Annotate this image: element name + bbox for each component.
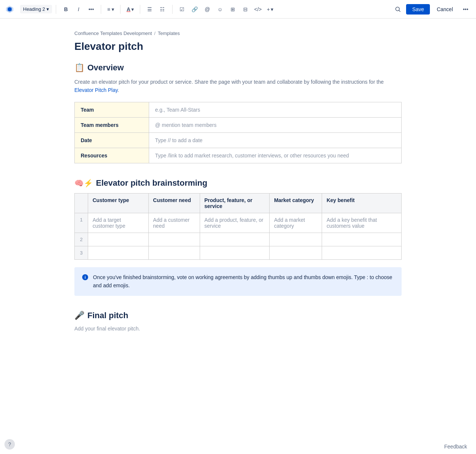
divider-1 (56, 5, 56, 14)
content-area: Confluence Templates Development / Templ… (60, 19, 416, 361)
numbered-list-button[interactable]: ☷ (157, 3, 168, 15)
text-format-group: B I ••• (60, 3, 97, 15)
brainstorm-row-num: 1 (75, 213, 88, 233)
info-label-cell: Team members (75, 117, 149, 132)
final-pitch-heading: 🎤 Final pitch (74, 311, 402, 320)
brainstorm-cell-market-category[interactable]: Add a market category (269, 213, 322, 233)
task-button[interactable]: ☑ (176, 3, 188, 15)
brainstorm-row: 3 (75, 246, 402, 259)
emoji-button[interactable]: ☺ (214, 3, 226, 15)
italic-button[interactable]: I (73, 3, 84, 15)
info-table-row: Teame.g., Team All-Stars (75, 102, 402, 117)
svg-line-3 (399, 10, 400, 12)
divider-2 (101, 5, 101, 14)
overview-heading-text: Overview (87, 63, 124, 73)
info-label-cell: Resources (75, 148, 149, 163)
brainstorm-row: 1Add a target customer typeAdd a custome… (75, 213, 402, 233)
bold-button[interactable]: B (60, 3, 72, 15)
brainstorm-cell-product-feature[interactable] (200, 233, 269, 246)
info-value-cell[interactable]: Type /link to add market research, custo… (149, 148, 402, 163)
columns-button[interactable]: ⊟ (239, 3, 251, 15)
brainstorm-row-num: 2 (75, 233, 88, 246)
brainstorm-cell-customer-type[interactable] (88, 246, 149, 259)
insert-more-button[interactable]: + ▾ (265, 3, 276, 15)
brainstorm-cell-market-category[interactable] (269, 246, 322, 259)
divider-5 (172, 5, 173, 14)
info-value-cell[interactable]: e.g., Team All-Stars (149, 102, 402, 117)
elevator-pitch-play-link[interactable]: Elevator Pitch Play (74, 87, 118, 93)
table-button[interactable]: ⊞ (227, 3, 239, 15)
empty-header-cell (75, 193, 88, 213)
info-table-row: Team members@ mention team members (75, 117, 402, 132)
final-pitch-description: Add your final elevator pitch. (74, 326, 402, 332)
overview-emoji: 📋 (74, 63, 84, 73)
info-table-row: ResourcesType /link to add market resear… (75, 148, 402, 163)
more-text-button[interactable]: ••• (85, 3, 97, 15)
brainstorm-row: 2 (75, 233, 402, 246)
overview-heading: 📋 Overview (74, 63, 402, 73)
col-key-benefit: Key benefit (322, 193, 402, 213)
brainstorm-cell-customer-type[interactable]: Add a target customer type (88, 213, 149, 233)
info-table-row: DateType // to add a date (75, 132, 402, 148)
cancel-button[interactable]: Cancel (432, 4, 457, 15)
overview-description: Create an elevator pitch for your produc… (74, 78, 402, 95)
breadcrumb: Confluence Templates Development / Templ… (74, 31, 402, 36)
brainstorm-cell-key-benefit[interactable] (322, 246, 402, 259)
info-box-text: Once you've finished brainstorming, vote… (93, 273, 394, 290)
search-button[interactable] (392, 3, 404, 15)
brainstorm-cell-market-category[interactable] (269, 233, 322, 246)
feedback-bar: Feedback (435, 439, 476, 454)
svg-point-1 (8, 7, 12, 11)
col-customer-type: Customer type (88, 193, 149, 213)
divider-3 (120, 5, 120, 14)
brainstorm-cell-customer-need[interactable]: Add a customer need (148, 213, 200, 233)
info-icon: i (82, 274, 89, 281)
insert-group: ☑ 🔗 @ ☺ ⊞ ⊟ </> + ▾ (176, 3, 276, 15)
app-logo (4, 4, 15, 15)
info-table: Teame.g., Team All-StarsTeam members@ me… (74, 102, 402, 163)
list-group: ☰ ☷ (144, 3, 168, 15)
brainstorm-cell-customer-need[interactable] (148, 233, 200, 246)
brainstorming-heading-text: Elevator pitch brainstorming (96, 178, 208, 188)
brainstorm-table: Customer type Customer need Product, fea… (74, 193, 402, 260)
brainstorm-cell-customer-type[interactable] (88, 233, 149, 246)
info-label-cell: Date (75, 132, 149, 148)
brainstorming-emoji: 🧠⚡ (74, 179, 93, 188)
code-button[interactable]: </> (252, 3, 264, 15)
feedback-label[interactable]: Feedback (444, 444, 467, 450)
svg-text:i: i (84, 275, 86, 279)
brainstorm-row-num: 3 (75, 246, 88, 259)
brainstorm-cell-customer-need[interactable] (148, 246, 200, 259)
mention-button[interactable]: @ (202, 3, 213, 15)
info-box: i Once you've finished brainstorming, vo… (74, 267, 402, 296)
toolbar: Heading 2 ▾ B I ••• ≡ ▾ A ▾ ☰ ☷ (0, 0, 476, 19)
more-options-button[interactable]: ••• (460, 3, 472, 15)
page-title: Elevator pitch (74, 41, 402, 52)
overview-section: 📋 Overview Create an elevator pitch for … (74, 63, 402, 95)
info-value-cell[interactable]: @ mention team members (149, 117, 402, 132)
breadcrumb-separator: / (154, 31, 156, 36)
breadcrumb-parent[interactable]: Confluence Templates Development (74, 31, 152, 36)
bullet-list-button[interactable]: ☰ (144, 3, 156, 15)
help-button[interactable]: ? (4, 439, 15, 450)
brainstorm-cell-product-feature[interactable]: Add a product, feature, or service (200, 213, 269, 233)
col-product-feature: Product, feature, or service (200, 193, 269, 213)
save-button[interactable]: Save (406, 4, 430, 15)
color-button[interactable]: A ▾ (124, 3, 136, 15)
final-pitch-emoji: 🎤 (74, 311, 84, 320)
brainstorm-cell-key-benefit[interactable]: Add a key benefit that customers value (322, 213, 402, 233)
heading-selector[interactable]: Heading 2 ▾ (20, 5, 52, 13)
brainstorming-heading: 🧠⚡ Elevator pitch brainstorming (74, 178, 402, 188)
brainstorm-cell-product-feature[interactable] (200, 246, 269, 259)
breadcrumb-current: Templates (158, 31, 180, 36)
align-button[interactable]: ≡ ▾ (105, 3, 116, 15)
brainstorm-header-row: Customer type Customer need Product, fea… (75, 193, 402, 213)
brainstorm-cell-key-benefit[interactable] (322, 233, 402, 246)
col-customer-need: Customer need (148, 193, 200, 213)
col-market-category: Market category (269, 193, 322, 213)
info-value-cell[interactable]: Type // to add a date (149, 132, 402, 148)
link-button[interactable]: 🔗 (189, 3, 201, 15)
brainstorming-section: 🧠⚡ Elevator pitch brainstorming Customer… (74, 178, 402, 260)
final-pitch-section: 🎤 Final pitch Add your final elevator pi… (74, 311, 402, 332)
divider-4 (140, 5, 140, 14)
